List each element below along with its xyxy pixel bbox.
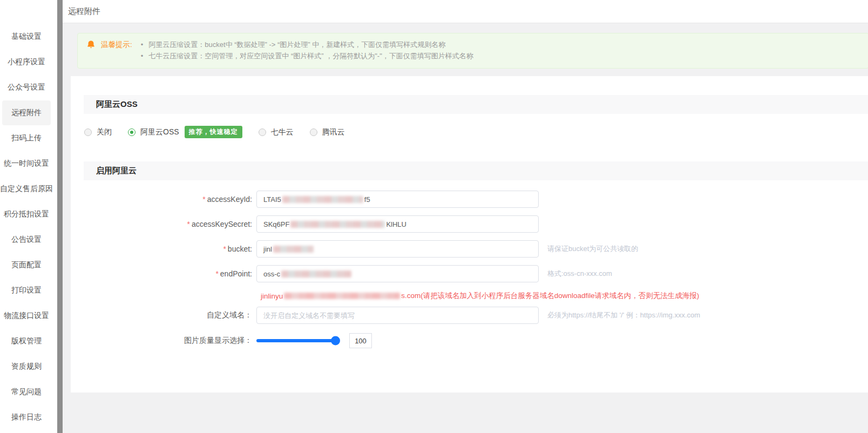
- bell-icon: [86, 40, 96, 49]
- alert-title: 温馨提示:: [101, 40, 132, 50]
- endpoint-domain-warning: jinlinyu s.com(请把该域名加入到小程序后台服务器域名downloa…: [261, 291, 868, 301]
- radio-aliyun-oss[interactable]: 阿里云OSS 推荐，快速稳定: [128, 126, 242, 138]
- image-quality-label: 图片质量显示选择：: [71, 336, 256, 346]
- radio-circle[interactable]: [128, 128, 135, 136]
- radio-qiniu[interactable]: 七牛云: [259, 127, 294, 137]
- sidebar-item-remote-attachment[interactable]: 远程附件: [2, 100, 51, 125]
- sidebar-item-copyright[interactable]: 版权管理: [2, 329, 51, 354]
- value-visible-start: SKq6PF: [263, 220, 289, 228]
- accesskeysecret-label: *accessKeySecret:: [71, 220, 256, 228]
- endpoint-label: *endPoint:: [71, 269, 256, 278]
- custom-domain-input[interactable]: [263, 312, 532, 320]
- radio-circle[interactable]: [259, 128, 266, 136]
- form-row-accesskeyid: *accessKeyId: LTAI5 f5: [71, 191, 868, 208]
- sidebar-item-miniprogram-settings[interactable]: 小程序设置: [2, 50, 51, 75]
- custom-domain-label: 自定义域名：: [71, 310, 256, 320]
- image-quality-value[interactable]: 100: [349, 333, 372, 348]
- bullet-dot: •: [141, 50, 144, 62]
- sidebar-item-basic-settings[interactable]: 基础设置: [2, 24, 51, 49]
- radio-circle[interactable]: [310, 128, 317, 136]
- sidebar-item-operation-log[interactable]: 操作日志: [2, 405, 51, 430]
- sidebar-item-points-deduction[interactable]: 积分抵扣设置: [2, 202, 51, 227]
- radio-circle[interactable]: [84, 128, 92, 136]
- app-root: 基础设置 小程序设置 公众号设置 远程附件 扫码上传 统一时间设置 自定义售后原…: [0, 0, 868, 433]
- alert-line-text: 七牛云压缩设置：空间管理，对应空间设置中 “图片样式” ，分隔符默认为"-"，下…: [148, 50, 473, 62]
- alert-lines: • 阿里云压缩设置：bucket中 “数据处理” -> “图片处理” 中，新建样…: [140, 39, 473, 62]
- radio-label: 关闭: [97, 127, 112, 137]
- sidebar-item-logistics-api[interactable]: 物流接口设置: [2, 303, 51, 328]
- radio-label: 阿里云OSS: [140, 127, 179, 137]
- accesskeysecret-input[interactable]: SKq6PF KlHLU: [256, 215, 539, 233]
- value-visible-start: oss-c: [263, 270, 280, 278]
- endpoint-hint: 格式:oss-cn-xxx.com: [547, 269, 612, 279]
- section-title: 阿里云OSS: [96, 99, 138, 110]
- section-header-enable-aliyun: 启用阿里云: [84, 161, 868, 180]
- value-visible-end: KlHLU: [386, 220, 406, 228]
- redacted-blur: [282, 196, 363, 203]
- warning-visible-start: jinlinyu: [261, 292, 283, 300]
- value-visible-start: LTAI5: [263, 195, 281, 204]
- form-row-image-quality: 图片质量显示选择： 100: [71, 332, 868, 349]
- recommended-badge: 推荐，快速稳定: [185, 126, 242, 138]
- required-asterisk: *: [215, 269, 218, 278]
- sidebar-item-qualification-rules[interactable]: 资质规则: [2, 354, 51, 379]
- custom-domain-input-wrap: [256, 307, 539, 324]
- sidebar-item-official-account-settings[interactable]: 公众号设置: [2, 75, 51, 100]
- accesskeyid-label: *accessKeyId:: [71, 195, 256, 204]
- required-asterisk: *: [187, 220, 189, 228]
- accesskeyid-input[interactable]: LTAI5 f5: [256, 191, 539, 208]
- storage-type-radio-group: 关闭 阿里云OSS 推荐，快速稳定 七牛云 腾讯云: [84, 126, 868, 138]
- endpoint-input[interactable]: oss-c: [256, 265, 539, 282]
- redacted-blur: [290, 221, 385, 228]
- form-row-bucket: *bucket: jinl 请保证bucket为可公共读取的: [71, 240, 868, 258]
- sidebar-item-announcement-settings[interactable]: 公告设置: [2, 227, 51, 252]
- alert-line: • 七牛云压缩设置：空间管理，对应空间设置中 “图片样式” ，分隔符默认为"-"…: [140, 50, 473, 62]
- alert-line-text: 阿里云压缩设置：bucket中 “数据处理” -> “图片处理” 中，新建样式，…: [148, 39, 445, 50]
- sidebar-item-print-settings[interactable]: 打印设置: [2, 278, 51, 303]
- image-quality-slider[interactable]: [256, 339, 335, 342]
- alert-line: • 阿里云压缩设置：bucket中 “数据处理” -> “图片处理” 中，新建样…: [140, 39, 473, 50]
- slider-thumb[interactable]: [331, 336, 340, 346]
- form-row-accesskeysecret: *accessKeySecret: SKq6PF KlHLU: [71, 215, 868, 233]
- sidebar-item-unified-time-settings[interactable]: 统一时间设置: [2, 151, 51, 176]
- aliyun-form: *accessKeyId: LTAI5 f5 *accessKeySecret:: [71, 191, 868, 349]
- required-asterisk: *: [202, 195, 205, 204]
- radio-label: 七牛云: [271, 127, 294, 137]
- form-row-endpoint: *endPoint: oss-c 格式:oss-cn-xxx.com: [71, 265, 868, 282]
- radio-tencent[interactable]: 腾讯云: [310, 127, 345, 137]
- value-visible-end: f5: [364, 195, 370, 204]
- redacted-blur: [281, 270, 351, 278]
- warning-visible-end: s.com(请把该域名加入到小程序后台服务器域名downloadfile请求域名…: [401, 291, 699, 301]
- section-title: 启用阿里云: [96, 166, 137, 176]
- redacted-blur: [284, 293, 400, 299]
- value-visible-start: jinl: [263, 245, 272, 253]
- main-panel: 远程附件 温馨提示: • 阿里云压缩设置：bucket中 “数据处理” -> “…: [63, 0, 868, 433]
- form-row-custom-domain: 自定义域名： 必须为https://结尾不加 '/' 例：https://img…: [71, 307, 868, 324]
- radio-close[interactable]: 关闭: [84, 127, 112, 137]
- content-area: 温馨提示: • 阿里云压缩设置：bucket中 “数据处理” -> “图片处理”…: [63, 23, 868, 433]
- bullet-dot: •: [141, 39, 144, 50]
- sidebar-scrollbar[interactable]: [57, 0, 63, 433]
- topbar: 远程附件: [63, 0, 868, 23]
- settings-card: 阿里云OSS 关闭 阿里云OSS 推荐，快速稳定 七牛云: [71, 76, 868, 393]
- required-asterisk: *: [223, 245, 226, 253]
- notice-alert: 温馨提示: • 阿里云压缩设置：bucket中 “数据处理” -> “图片处理”…: [77, 33, 868, 69]
- section-header-oss: 阿里云OSS: [84, 95, 868, 114]
- bucket-label: *bucket:: [71, 245, 256, 253]
- redacted-blur: [273, 246, 314, 253]
- sidebar-item-custom-aftersale-reason[interactable]: 自定义售后原因: [2, 177, 51, 201]
- sidebar-item-faq[interactable]: 常见问题: [2, 380, 51, 404]
- settings-sidebar: 基础设置 小程序设置 公众号设置 远程附件 扫码上传 统一时间设置 自定义售后原…: [0, 0, 57, 433]
- bucket-hint: 请保证bucket为可公共读取的: [547, 244, 638, 254]
- sidebar-item-scan-upload[interactable]: 扫码上传: [2, 126, 51, 151]
- sidebar-item-page-config[interactable]: 页面配置: [2, 253, 51, 278]
- radio-label: 腾讯云: [322, 127, 345, 137]
- custom-domain-hint: 必须为https://结尾不加 '/' 例：https://img.xxx.co…: [547, 310, 700, 320]
- page-title: 远程附件: [68, 6, 100, 17]
- bucket-input[interactable]: jinl: [256, 240, 539, 258]
